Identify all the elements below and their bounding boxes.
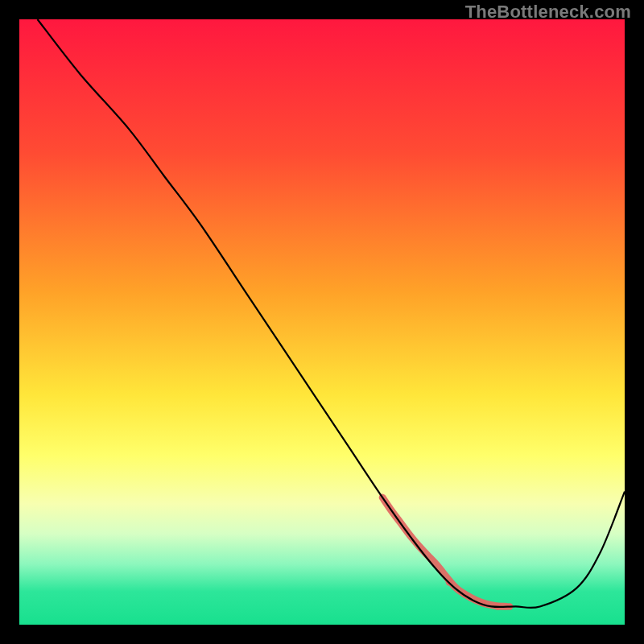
chart-frame: TheBottleneck.com	[0, 0, 644, 644]
plot-area	[19, 19, 625, 625]
gradient-background	[19, 19, 625, 625]
bottleneck-chart	[19, 19, 625, 625]
